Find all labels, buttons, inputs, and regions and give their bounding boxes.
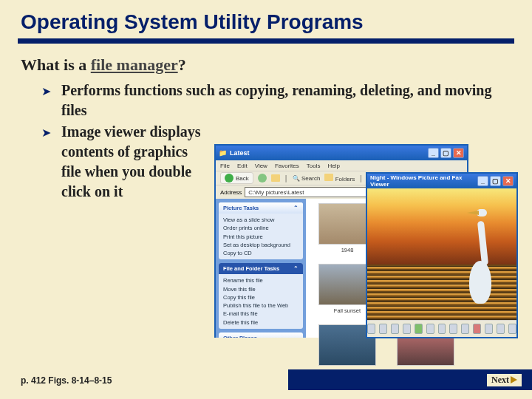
menu-tools[interactable]: Tools xyxy=(307,163,321,169)
other-places-panel: Other Places⌄ xyxy=(219,332,303,338)
task-link[interactable]: E-mail this file xyxy=(223,310,299,318)
menu-file[interactable]: File xyxy=(220,163,230,169)
maximize-button[interactable]: ▢ xyxy=(440,148,451,158)
screenshot-figure: 📁 Latest _ ▢ ✕ File Edit View Favorites … xyxy=(214,144,525,351)
help-button[interactable] xyxy=(508,324,516,334)
viewer-image xyxy=(367,188,516,320)
next-arrow-icon xyxy=(511,376,517,383)
heron-illustration xyxy=(463,208,505,304)
tasks-pane: Picture Tasks⌃ View as a slide show Orde… xyxy=(216,199,306,338)
footer-bar: Next xyxy=(288,369,532,390)
back-icon xyxy=(225,174,233,183)
close-button[interactable]: ✕ xyxy=(502,176,514,186)
explorer-menubar: File Edit View Favorites Tools Help xyxy=(216,160,467,171)
task-link[interactable]: Publish this file to the Web xyxy=(223,301,299,310)
collapse-icon: ⌃ xyxy=(293,205,299,211)
bullet-arrow-icon: ➤ xyxy=(41,84,51,98)
rotate-ccw-button[interactable] xyxy=(461,324,469,334)
best-fit-button[interactable] xyxy=(391,324,399,334)
viewer-title: Night - Windows Picture and Fax Viewer xyxy=(370,174,477,188)
zoom-out-button[interactable] xyxy=(438,324,446,334)
slideshow-button[interactable] xyxy=(415,324,423,334)
explorer-titlebar[interactable]: 📁 Latest _ ▢ ✕ xyxy=(216,146,467,160)
search-button[interactable]: 🔍 Search xyxy=(293,175,321,182)
bullet-text: Performs functions such as copying, rena… xyxy=(61,81,508,120)
slide-title: Operating System Utility Programs xyxy=(0,0,532,38)
maximize-button[interactable]: ▢ xyxy=(490,176,501,186)
picture-tasks-panel: Picture Tasks⌃ View as a slide show Orde… xyxy=(219,202,303,259)
up-folder-button[interactable] xyxy=(271,174,280,182)
menu-view[interactable]: View xyxy=(255,163,267,169)
task-link[interactable]: View as a slide show xyxy=(223,216,299,224)
minimize-button[interactable]: _ xyxy=(428,148,439,158)
forward-button[interactable] xyxy=(258,174,267,183)
expand-icon: ⌄ xyxy=(293,335,299,338)
viewer-titlebar[interactable]: Night - Windows Picture and Fax Viewer _… xyxy=(367,174,516,188)
menu-edit[interactable]: Edit xyxy=(237,163,248,169)
picture-viewer-window: Night - Windows Picture and Fax Viewer _… xyxy=(366,172,518,338)
task-link[interactable]: Move this file xyxy=(223,285,299,293)
close-button[interactable]: ✕ xyxy=(453,148,464,158)
next-label: Next xyxy=(491,375,509,386)
menu-favorites[interactable]: Favorites xyxy=(275,163,299,169)
bullet-item: ➤ Performs functions such as copying, re… xyxy=(41,81,508,120)
bullet-text: Image viewer displays contents of graphi… xyxy=(61,122,209,202)
thumbnail-label: 1948 xyxy=(341,247,354,253)
task-link[interactable]: Delete this file xyxy=(223,318,299,327)
folders-button[interactable]: Folders xyxy=(324,174,355,183)
minimize-button[interactable]: _ xyxy=(477,176,488,186)
bullet-arrow-icon: ➤ xyxy=(41,126,51,140)
print-button[interactable] xyxy=(485,324,493,334)
explorer-title: Latest xyxy=(230,149,250,157)
actual-size-button[interactable] xyxy=(403,324,411,334)
zoom-in-button[interactable] xyxy=(426,324,434,334)
task-link[interactable]: Print this picture xyxy=(223,233,299,241)
collapse-icon: ⌃ xyxy=(293,265,299,272)
folder-icon: 📁 xyxy=(219,149,227,157)
back-button[interactable]: Back xyxy=(220,172,253,184)
thumbnail-label: Fall sunset xyxy=(334,307,361,314)
task-link[interactable]: Set as desktop background xyxy=(223,241,299,249)
picture-tasks-header[interactable]: Picture Tasks⌃ xyxy=(219,202,303,214)
next-image-button[interactable] xyxy=(379,324,387,334)
slide-subtitle: What is a file manager? xyxy=(0,51,532,78)
other-places-header[interactable]: Other Places⌄ xyxy=(219,332,303,338)
title-rule xyxy=(18,38,514,44)
menu-help[interactable]: Help xyxy=(327,163,339,169)
copy-to-button[interactable] xyxy=(497,324,505,334)
viewer-toolbar xyxy=(367,320,516,337)
subtitle-suffix: ? xyxy=(178,55,186,74)
subtitle-prefix: What is a xyxy=(21,55,91,74)
rotate-cw-button[interactable] xyxy=(449,324,457,334)
figure-reference: p. 412 Figs. 8-14–8-15 xyxy=(21,375,112,386)
task-link[interactable]: Copy to CD xyxy=(223,249,299,257)
delete-button[interactable] xyxy=(473,324,481,334)
file-manager-link[interactable]: file manager xyxy=(91,55,178,74)
task-link[interactable]: Rename this file xyxy=(223,276,299,284)
file-folder-tasks-panel: File and Folder Tasks⌃ Rename this file … xyxy=(219,263,303,329)
file-folder-tasks-header[interactable]: File and Folder Tasks⌃ xyxy=(219,263,303,274)
task-link[interactable]: Order prints online xyxy=(223,224,299,232)
task-link[interactable]: Copy this file xyxy=(223,293,299,301)
next-button[interactable]: Next xyxy=(487,374,522,386)
address-label: Address xyxy=(220,189,242,196)
prev-image-button[interactable] xyxy=(367,324,375,334)
